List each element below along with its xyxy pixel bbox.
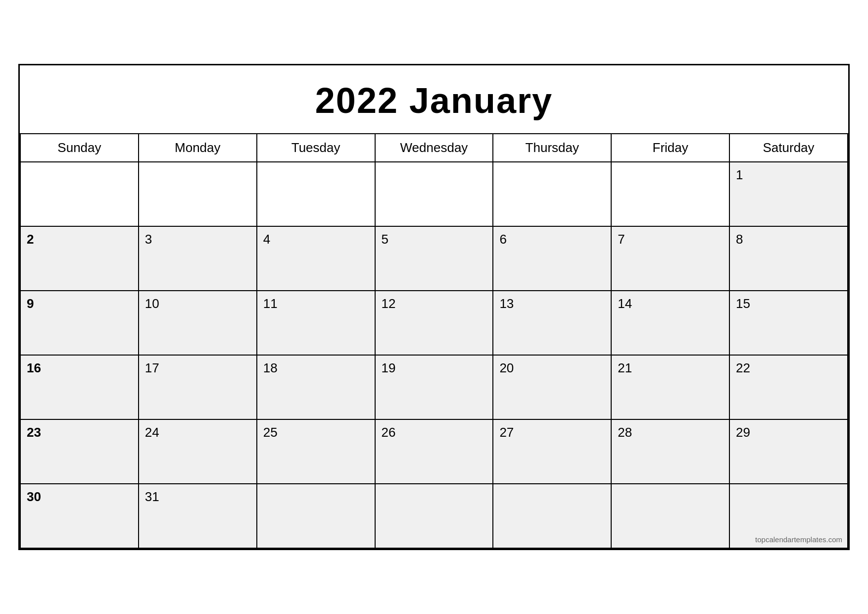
calendar-cell: 9 [20,291,139,355]
day-number: 3 [145,232,152,247]
calendar-week-row: 16171819202122 [20,355,848,419]
calendar-cell [257,484,375,548]
day-number: 31 [145,489,159,504]
calendar-cell: 13 [493,291,611,355]
day-number: 4 [263,232,270,247]
calendar-cell: 22 [729,355,848,419]
day-number: 16 [27,360,41,375]
calendar-week-row: 9101112131415 [20,291,848,355]
day-header-friday: Friday [611,134,729,162]
calendar-cell [493,162,611,226]
calendar-week-row: 2345678 [20,226,848,291]
calendar-cell: 17 [139,355,257,419]
calendar-title: 2022 January [20,65,848,133]
day-number: 1 [736,167,743,182]
calendar-cell: 18 [257,355,375,419]
calendar-cell: 10 [139,291,257,355]
day-number: 24 [145,425,159,440]
day-number: 12 [382,296,396,311]
day-header-saturday: Saturday [729,134,848,162]
calendar-cell: 24 [139,419,257,484]
calendar-cell [493,484,611,548]
day-number: 26 [382,425,396,440]
calendar-cell [611,162,729,226]
day-number: 14 [618,296,632,311]
calendar-week-row: 1 [20,162,848,226]
day-number: 18 [263,360,278,375]
calendar-cell: 20 [493,355,611,419]
day-number: 20 [499,360,514,375]
day-number: 28 [618,425,632,440]
day-header-monday: Monday [139,134,257,162]
day-number: 5 [382,232,388,247]
day-number: 23 [27,425,41,440]
calendar-container: 2022 January SundayMondayTuesdayWednesda… [18,64,850,550]
day-number: 8 [736,232,743,247]
calendar-cell: 31 [139,484,257,548]
day-number: 19 [382,360,396,375]
day-number: 17 [145,360,159,375]
day-number: 13 [499,296,514,311]
calendar-cell: 7 [611,226,729,291]
watermark-text: topcalendartemplates.com [755,535,842,544]
day-number: 29 [736,425,750,440]
day-header-wednesday: Wednesday [375,134,493,162]
calendar-week-row: 3031topcalendartemplates.com [20,484,848,548]
calendar-cell [139,162,257,226]
day-header-row: SundayMondayTuesdayWednesdayThursdayFrid… [20,134,848,162]
calendar-cell [375,484,493,548]
day-number: 30 [27,489,41,504]
day-number: 7 [618,232,625,247]
calendar-cell: 19 [375,355,493,419]
day-number: 21 [618,360,632,375]
calendar-cell [611,484,729,548]
calendar-cell: 21 [611,355,729,419]
day-number: 2 [27,232,34,247]
calendar-cell: 30 [20,484,139,548]
day-number: 25 [263,425,278,440]
calendar-cell: 27 [493,419,611,484]
calendar-cell: 5 [375,226,493,291]
day-header-sunday: Sunday [20,134,139,162]
calendar-cell [20,162,139,226]
calendar-table: SundayMondayTuesdayWednesdayThursdayFrid… [20,133,848,549]
calendar-cell: 1 [729,162,848,226]
calendar-cell: 15 [729,291,848,355]
calendar-cell: 11 [257,291,375,355]
day-number: 9 [27,296,34,311]
day-number: 6 [499,232,506,247]
day-number: 11 [263,296,278,311]
calendar-cell: 26 [375,419,493,484]
calendar-cell: 4 [257,226,375,291]
calendar-cell: 14 [611,291,729,355]
day-number: 10 [145,296,159,311]
calendar-cell: 6 [493,226,611,291]
calendar-cell: 23 [20,419,139,484]
calendar-cell: 2 [20,226,139,291]
calendar-cell: 29 [729,419,848,484]
calendar-cell: 25 [257,419,375,484]
calendar-cell: 16 [20,355,139,419]
calendar-cell [257,162,375,226]
calendar-cell: 28 [611,419,729,484]
calendar-week-row: 23242526272829 [20,419,848,484]
calendar-cell [375,162,493,226]
day-number: 15 [736,296,750,311]
calendar-cell: topcalendartemplates.com [729,484,848,548]
day-number: 27 [499,425,514,440]
calendar-cell: 8 [729,226,848,291]
day-header-thursday: Thursday [493,134,611,162]
calendar-cell: 3 [139,226,257,291]
day-number: 22 [736,360,750,375]
calendar-cell: 12 [375,291,493,355]
day-header-tuesday: Tuesday [257,134,375,162]
